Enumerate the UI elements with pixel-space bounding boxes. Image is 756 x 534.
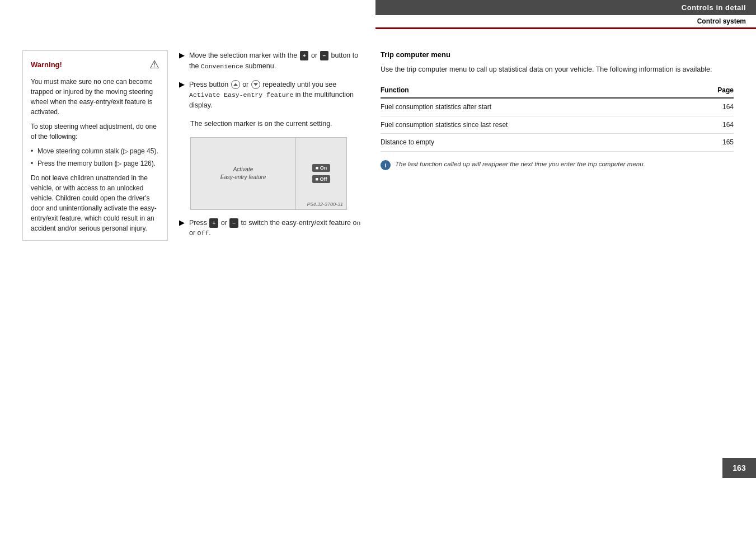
- display-left-panel: ActivateEasy-entry feature: [191, 138, 296, 209]
- table-row: Fuel consumption statistics after start1…: [381, 98, 734, 116]
- function-cell: Distance to empty: [381, 134, 695, 152]
- step-3-arrow: ▶: [179, 218, 185, 227]
- header-bar: Controls in detail Control system: [375, 0, 756, 29]
- display-caption: P54.32-3700-31: [307, 202, 343, 207]
- bullet-2: Press the memory button (▷ page 126).: [31, 158, 159, 168]
- trip-computer-intro: Use the trip computer menu to call up st…: [381, 64, 734, 75]
- step-2-text: Press button or repeatedly until you see…: [189, 79, 364, 111]
- step3-minus-icon: –: [229, 218, 238, 228]
- minus-button-icon: –: [320, 51, 329, 60]
- function-table: Function Page Fuel consumption statistic…: [381, 83, 734, 152]
- display-right-panel: ■ On ■ Off: [296, 138, 346, 209]
- page-cell: 164: [695, 98, 734, 116]
- table-row: Fuel consumption statistics since last r…: [381, 116, 734, 134]
- display-feature-label: ActivateEasy-entry feature: [220, 166, 266, 181]
- info-note-text: The last function called up will reappea…: [395, 160, 645, 168]
- display-inner: ActivateEasy-entry feature ■ On ■ Off: [191, 138, 346, 209]
- middle-column: ▶ Move the selection marker with the + o…: [179, 50, 364, 517]
- warning-footer: Do not leave children unattended in the …: [31, 173, 159, 233]
- step-3: ▶ Press + or – to switch the easy-entry/…: [179, 218, 364, 239]
- bullet-1: Move steering column stalk (▷ page 45).: [31, 146, 159, 156]
- left-column: Warning! ⚠ You must make sure no one can…: [22, 50, 168, 517]
- step-2: ▶ Press button or repeatedly until you s…: [179, 79, 364, 111]
- step-1-text: Move the selection marker with the + or …: [189, 50, 364, 72]
- header-top-label: Controls in detail: [682, 3, 746, 12]
- content-area: Warning! ⚠ You must make sure no one can…: [0, 34, 756, 534]
- page-cell: 164: [695, 116, 734, 134]
- col-page-header: Page: [695, 83, 734, 98]
- nav-down-icon: [251, 80, 260, 89]
- step-2-arrow: ▶: [179, 80, 185, 88]
- display-on-btn: ■ On: [312, 164, 330, 172]
- step3-plus-icon: +: [209, 218, 218, 228]
- warning-title: Warning!: [31, 60, 62, 69]
- nav-up-icon: [231, 80, 240, 89]
- warning-bullets: Move steering column stalk (▷ page 45). …: [31, 146, 159, 168]
- warning-para-2: To stop steering wheel adjustment, do on…: [31, 121, 159, 142]
- header-bottom-label: Control system: [697, 17, 746, 25]
- header-top: Controls in detail: [375, 0, 756, 15]
- warning-para-1: You must make sure no one can become tra…: [31, 77, 159, 117]
- table-row: Distance to empty165: [381, 134, 734, 152]
- display-off-btn: ■ Off: [312, 175, 331, 183]
- col-function-header: Function: [381, 83, 695, 98]
- function-cell: Fuel consumption statistics after start: [381, 98, 695, 116]
- display-image: ActivateEasy-entry feature ■ On ■ Off P5…: [190, 137, 347, 210]
- step-1: ▶ Move the selection marker with the + o…: [179, 50, 364, 72]
- function-cell: Fuel consumption statistics since last r…: [381, 116, 695, 134]
- warning-header: Warning! ⚠: [31, 58, 159, 71]
- plus-button-icon: +: [300, 51, 309, 60]
- right-column: Trip computer menu Use the trip computer…: [381, 50, 734, 517]
- info-note: i The last function called up will reapp…: [381, 160, 734, 170]
- trip-computer-title: Trip computer menu: [381, 50, 734, 59]
- header-bottom: Control system: [375, 15, 756, 29]
- step-1-arrow: ▶: [179, 51, 185, 59]
- warning-box: Warning! ⚠ You must make sure no one can…: [22, 50, 168, 241]
- step-3-text: Press + or – to switch the easy-entry/ex…: [189, 218, 364, 239]
- info-icon: i: [381, 160, 391, 170]
- warning-icon: ⚠: [149, 58, 159, 71]
- page-cell: 165: [695, 134, 734, 152]
- current-setting-text: The selection marker is on the current s…: [190, 119, 364, 129]
